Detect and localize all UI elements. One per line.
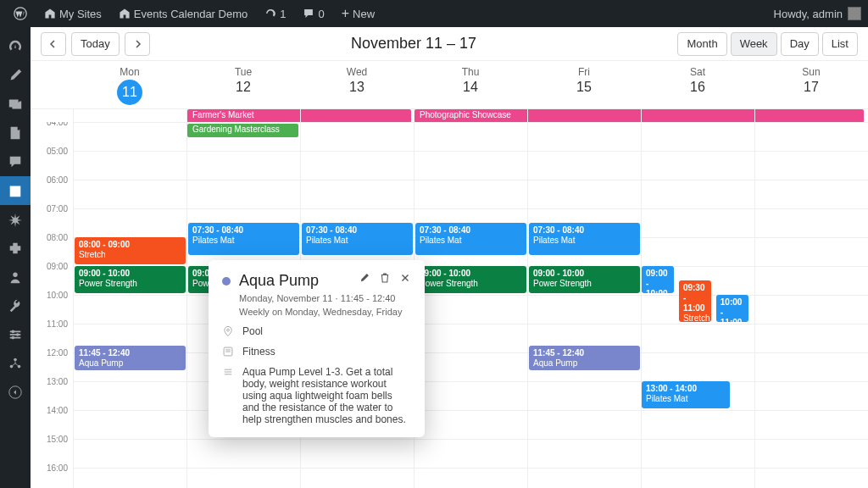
wp-adminbar: My Sites Events Calendar Demo 1 0 +New H… [0, 0, 868, 27]
avatar [848, 7, 861, 20]
comments-link[interactable]: 0 [296, 0, 331, 27]
new-link[interactable]: +New [335, 0, 381, 27]
wp-logo[interactable] [7, 0, 34, 27]
sitename-link[interactable]: Events Calendar Demo [112, 0, 254, 27]
mysites-link[interactable]: My Sites [37, 0, 108, 27]
user-menu[interactable]: Howdy, admin [774, 7, 861, 20]
updates-link[interactable]: 1 [258, 0, 292, 27]
